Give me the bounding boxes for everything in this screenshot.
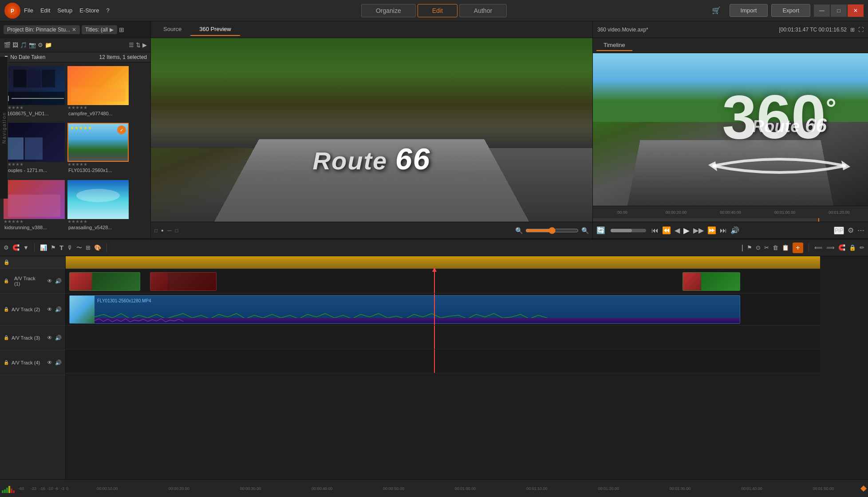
settings-transport[interactable]: ⚙ [848, 226, 854, 235]
tab-source[interactable]: Source [154, 23, 190, 36]
track-row-1 [66, 270, 820, 294]
skip-to-start[interactable]: ⏮ [651, 227, 659, 235]
tl-cut-btn[interactable]: ✂ [764, 244, 769, 251]
menu-estore[interactable]: E-Store [79, 7, 99, 14]
tl-snap-btn[interactable]: 🧲 [12, 244, 20, 251]
tl-ripple-btn[interactable]: ⟹ [826, 244, 835, 251]
playhead-diamond[interactable] [861, 486, 866, 491]
media-item[interactable]: ★★★★★ parasailing_v5428... [67, 180, 130, 235]
tl-text-btn[interactable]: T [59, 244, 63, 251]
maximize-button[interactable]: □ [831, 4, 847, 17]
expand-right-icon[interactable]: ⊞ [850, 27, 855, 33]
bin-close[interactable]: ✕ [72, 27, 76, 33]
tl-magnet-btn[interactable]: 🧲 [838, 244, 845, 251]
track-4-eye[interactable]: 👁 [47, 360, 52, 366]
track-1-audio[interactable]: 🔊 [55, 278, 62, 284]
tl-playhead-btn[interactable]: | [742, 244, 743, 252]
close-button[interactable]: ✕ [848, 4, 864, 17]
tab-edit[interactable]: Edit [418, 4, 458, 17]
menu-edit[interactable]: Edit [40, 7, 50, 14]
media-item[interactable]: ★★★★★ kidsrunning_v388... [4, 180, 66, 235]
tl-settings-btn[interactable]: ⚙ [4, 244, 9, 251]
step-back[interactable]: ⏪ [662, 226, 671, 235]
media-thumb [4, 180, 65, 219]
minimize-button[interactable]: — [814, 4, 830, 17]
more-transport[interactable]: ⋯ [857, 226, 864, 235]
bin-more-icon[interactable]: ▶ [142, 42, 147, 48]
media-label: campfire_v977480... [67, 111, 130, 116]
media-stars: ★★★★★ [4, 219, 66, 224]
clip-1c[interactable] [683, 272, 740, 291]
tab-organize[interactable]: Organize [361, 4, 416, 17]
bin-video-icon[interactable]: 🎬 [4, 42, 11, 48]
cart-icon[interactable]: 🛒 [712, 6, 721, 15]
track-1-eye[interactable]: 👁 [47, 278, 52, 284]
tl-add-track-btn[interactable]: + [793, 243, 803, 253]
bin-folder-icon[interactable]: 📁 [45, 42, 52, 48]
time-neg60: -60 [18, 486, 31, 491]
track-4-audio[interactable]: 🔊 [55, 360, 62, 366]
tl-chapter-btn[interactable]: ⊙ [756, 244, 761, 251]
fullscreen-icon[interactable]: ⛶ [858, 27, 864, 33]
bin-audio-icon[interactable]: 🎵 [20, 42, 27, 48]
track-3-eye[interactable]: 👁 [47, 335, 52, 341]
menu-file[interactable]: File [24, 7, 33, 14]
menu-setup[interactable]: Setup [57, 7, 72, 14]
track-2-eye[interactable]: 👁 [47, 306, 52, 313]
route-66-text: Route 66 [313, 141, 431, 176]
titles-button[interactable]: Titles: (all ▶ [82, 25, 117, 34]
bin-list-icon[interactable]: ☰ [129, 42, 134, 48]
tl-audio-btn[interactable]: 🎙 [67, 244, 73, 251]
track-2-audio[interactable]: 🔊 [55, 306, 62, 313]
tl-copy-btn[interactable]: 📋 [782, 244, 789, 251]
pip-button[interactable]: PiP [834, 227, 844, 235]
zoom-in-icon[interactable]: 🔍 [581, 227, 589, 234]
tl-flag-btn[interactable]: ⚑ [747, 244, 752, 251]
tab-360-preview[interactable]: 360 Preview [190, 23, 240, 36]
step-forward[interactable]: ⏩ [707, 226, 716, 235]
tl-voice-btn[interactable]: 〜 [76, 244, 82, 252]
tl-pen-btn[interactable]: ✏ [860, 244, 864, 251]
zoom-out-icon[interactable]: 🔍 [515, 227, 523, 234]
bin-title[interactable]: Project Bin: Pinnacle Stu... ✕ [4, 25, 80, 34]
clip-1b[interactable] [150, 272, 217, 291]
tl-zoom-out[interactable]: ⟸ [814, 244, 823, 251]
clip-1a[interactable] [69, 272, 140, 291]
media-item[interactable]: ★★★★★ campfire_v977480... [67, 66, 130, 121]
panel-layout-btn[interactable]: ⊞ [119, 26, 124, 33]
bin-sort-icon[interactable]: ⇅ [136, 42, 141, 48]
track-3-audio[interactable]: 🔊 [55, 335, 62, 341]
tl-lock-btn[interactable]: 🔒 [849, 244, 856, 251]
bin-photo-icon[interactable]: 🖼 [12, 42, 18, 48]
media-item[interactable]: ★★★★★ 91608675_V_HD1... [4, 66, 66, 121]
import-button[interactable]: Import [730, 4, 768, 17]
ruler-mark: :00.00 [595, 210, 649, 215]
right-buttons: 🛒 Import Export — □ ✕ [712, 4, 864, 17]
bin-toolbar: 🎬 🖼 🎵 📷 ⚙ 📁 ☰ ⇅ ▶ [0, 38, 150, 52]
playhead-bar[interactable] [593, 218, 868, 222]
skip-to-end[interactable]: ⏭ [720, 227, 727, 235]
bin-settings-icon[interactable]: ⚙ [38, 42, 43, 48]
tl-marker-btn[interactable]: ⚑ [51, 244, 56, 251]
tl-delete-btn[interactable]: 🗑 [773, 244, 778, 251]
media-item[interactable]: ★★★★★ Couples - 1271.m... [4, 123, 66, 178]
export-button[interactable]: Export [771, 4, 810, 17]
menu-help[interactable]: ? [106, 7, 109, 14]
tl-graph-btn[interactable]: 📊 [40, 244, 47, 251]
rewind[interactable]: ◀ [675, 226, 680, 235]
volume-bar[interactable] [611, 229, 646, 232]
tab-timeline[interactable]: Timeline [596, 40, 632, 51]
right-transport: 🔄 ⏮ ⏪ ◀ ▶ ▶▶ ⏩ ⏭ 🔊 PiP ⚙ ⋯ [593, 222, 868, 239]
media-item-selected[interactable]: ✓ ★ ★ ★ ★ ★ ★★★★★ FLY01301-2560x1... [67, 123, 130, 178]
tl-grid-btn[interactable]: ⊞ [86, 244, 91, 251]
tl-effects-btn[interactable]: 🎨 [94, 244, 101, 251]
loop-button[interactable]: 🔄 [596, 226, 605, 235]
tab-author[interactable]: Author [459, 4, 507, 17]
play-button[interactable]: ▶ [683, 226, 690, 235]
mute-button[interactable]: 🔊 [730, 226, 739, 235]
fast-forward[interactable]: ▶▶ [693, 226, 704, 235]
clip-360[interactable]: FLY01301-2560x1280.MP4 [69, 295, 740, 324]
tl-more-btn[interactable]: ▼ [23, 244, 29, 251]
bin-capture-icon[interactable]: 📷 [29, 42, 36, 48]
zoom-slider[interactable] [525, 227, 579, 234]
